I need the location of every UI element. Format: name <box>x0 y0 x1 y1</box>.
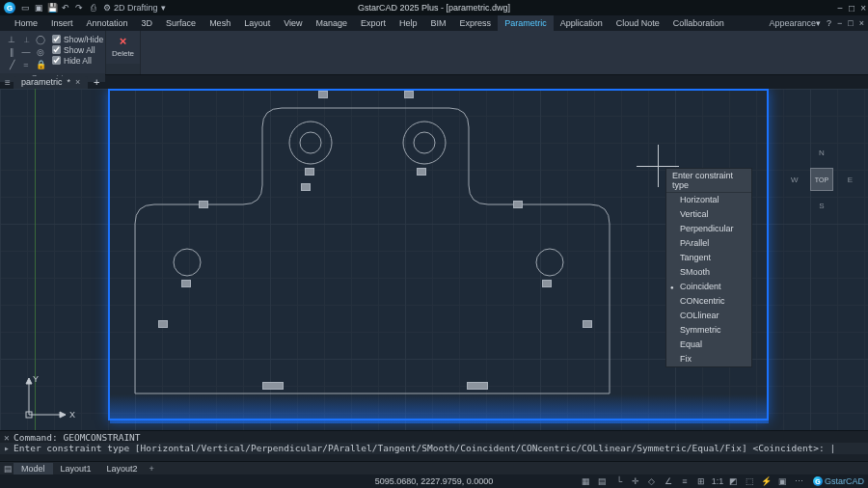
customize-icon[interactable]: ⋯ <box>794 475 805 487</box>
show-hide-checkbox[interactable] <box>52 35 61 43</box>
ctx-tangent[interactable]: Tangent <box>666 251 751 265</box>
constraint-concentric-icon[interactable]: ◎ <box>34 46 47 58</box>
constraint-grip[interactable] <box>305 168 314 176</box>
open-icon[interactable]: ▣ <box>34 3 43 13</box>
constraint-grip[interactable] <box>158 320 168 328</box>
tab-mesh[interactable]: Mesh <box>203 15 237 31</box>
appearance-menu[interactable]: Appearance▾ <box>769 18 821 28</box>
constraint-collinear-icon[interactable]: ╱ <box>5 59 18 70</box>
layout-tab-layout1[interactable]: Layout1 <box>53 463 99 474</box>
constraint-tangent-icon[interactable]: ◯ <box>34 34 47 45</box>
ctx-parallel[interactable]: PArallel <box>666 236 751 251</box>
hide-all-toggle[interactable]: Hide All <box>52 55 103 66</box>
tab-bim[interactable]: BIM <box>424 15 453 31</box>
tab-application[interactable]: Application <box>554 15 610 31</box>
tab-export[interactable]: Export <box>354 15 393 31</box>
cmd-prompt-icon[interactable]: ▸ <box>4 443 14 453</box>
viewcube-west[interactable]: W <box>791 176 799 184</box>
constraint-grip[interactable] <box>467 382 488 390</box>
constraint-fix-icon[interactable]: 🔒 <box>34 59 47 70</box>
lineweight-icon[interactable]: ≡ <box>679 475 691 487</box>
maximize-button[interactable]: □ <box>849 3 854 14</box>
layout-tab-model[interactable]: Model <box>14 463 53 474</box>
tab-view[interactable]: View <box>277 15 309 31</box>
ctx-collinear[interactable]: COLlinear <box>666 309 751 323</box>
constraint-grip[interactable] <box>404 91 414 98</box>
viewcube-top-face[interactable]: TOP <box>810 168 833 191</box>
dynamic-input-icon[interactable]: ⊞ <box>695 475 707 487</box>
ctx-perpendicular[interactable]: Perpendicular <box>666 222 751 236</box>
print-icon[interactable]: ⎙ <box>88 3 97 13</box>
hardware-accel-icon[interactable]: ⚡ <box>761 475 773 487</box>
cmd-history-icon[interactable]: ✕ <box>4 432 14 443</box>
undo-icon[interactable]: ↶ <box>61 3 70 13</box>
constraint-grip[interactable] <box>301 183 311 191</box>
document-tab-add-button[interactable]: + <box>91 76 102 88</box>
constraint-grip[interactable] <box>513 201 523 208</box>
tab-layout[interactable]: Layout <box>237 15 277 31</box>
tab-help[interactable]: Help <box>393 15 424 31</box>
tab-express[interactable]: Express <box>453 15 499 31</box>
ribbon-minimize-button[interactable]: − <box>837 18 842 28</box>
command-input[interactable]: Enter constraint type [Horizontal/Vertic… <box>14 443 835 453</box>
show-hide-toggle[interactable]: Show/Hide <box>52 34 103 44</box>
polar-mode-icon[interactable]: ✛ <box>630 475 641 487</box>
ctx-symmetric[interactable]: Symmetric <box>666 323 751 338</box>
delete-constraints-button[interactable]: × Delete <box>111 34 135 58</box>
tab-insert[interactable]: Insert <box>44 15 80 31</box>
ctx-smooth[interactable]: SMooth <box>666 265 751 280</box>
tab-collaboration[interactable]: Collaboration <box>666 15 731 31</box>
ctx-coincident[interactable]: Coincident <box>666 280 751 294</box>
show-all-checkbox[interactable] <box>52 45 61 54</box>
tab-cloud-note[interactable]: Cloud Note <box>610 15 666 31</box>
ribbon-close-button[interactable]: × <box>859 18 864 28</box>
clean-screen-icon[interactable]: ▣ <box>777 475 789 487</box>
show-all-toggle[interactable]: Show All <box>52 44 103 55</box>
tab-manage[interactable]: Manage <box>310 15 355 31</box>
layout-tab-layout2[interactable]: Layout2 <box>99 463 146 474</box>
snap-mode-icon[interactable]: ▦ <box>581 475 592 487</box>
layout-tabs-menu-icon[interactable]: ▤ <box>2 464 14 474</box>
constraint-grip[interactable] <box>181 280 191 287</box>
view-cube[interactable]: N S W E TOP <box>793 150 851 208</box>
layer-icon[interactable]: ◩ <box>728 475 740 487</box>
close-button[interactable]: × <box>860 3 866 14</box>
tab-home[interactable]: Home <box>8 15 44 31</box>
drawing-canvas[interactable]: Enter constraint type Horizontal Vertica… <box>0 89 868 430</box>
doc-tabs-menu-icon[interactable]: ≡ <box>2 77 14 88</box>
isolate-icon[interactable]: ⬚ <box>745 475 756 487</box>
constraint-perpendicular-icon[interactable]: ⟂ <box>19 34 33 45</box>
otrack-mode-icon[interactable]: ∠ <box>663 475 674 487</box>
constraint-equal-icon[interactable]: = <box>19 59 33 70</box>
hide-all-checkbox[interactable] <box>52 56 61 65</box>
constraint-grip[interactable] <box>262 382 284 390</box>
tab-parametric[interactable]: Parametric <box>498 15 554 31</box>
osnap-mode-icon[interactable]: ◇ <box>646 475 658 487</box>
ctx-vertical[interactable]: Vertical <box>666 207 751 222</box>
constraint-parallel-icon[interactable]: ∥ <box>5 46 18 58</box>
document-tab-close-icon[interactable]: × <box>75 77 80 87</box>
constraint-grip[interactable] <box>199 201 208 208</box>
ribbon-maximize-button[interactable]: □ <box>848 18 853 28</box>
constraint-grip[interactable] <box>417 168 426 176</box>
viewcube-east[interactable]: E <box>848 176 853 184</box>
ctx-fix[interactable]: Fix <box>666 352 751 366</box>
ortho-mode-icon[interactable]: └ <box>613 475 625 487</box>
constraint-grip[interactable] <box>542 280 552 287</box>
grid-mode-icon[interactable]: ▤ <box>597 475 609 487</box>
redo-icon[interactable]: ↷ <box>74 3 84 13</box>
constraint-coincident-icon[interactable]: ⊥ <box>5 34 18 45</box>
tab-annotation[interactable]: Annotation <box>80 15 135 31</box>
constraint-grip[interactable] <box>318 91 328 98</box>
ctx-concentric[interactable]: CONcentric <box>666 294 751 309</box>
ctx-horizontal[interactable]: Horizontal <box>666 193 751 207</box>
minimize-button[interactable]: − <box>837 3 843 14</box>
layout-tab-add-button[interactable]: + <box>146 464 158 474</box>
anno-scale[interactable]: 1:1 <box>712 475 723 487</box>
constraint-grip[interactable] <box>583 320 592 328</box>
document-tab-parametric[interactable]: parametric* × <box>14 76 88 89</box>
save-icon[interactable]: 💾 <box>47 3 57 13</box>
ctx-equal[interactable]: Equal <box>666 338 751 352</box>
tab-surface[interactable]: Surface <box>159 15 203 31</box>
new-icon[interactable]: ▭ <box>20 3 30 13</box>
